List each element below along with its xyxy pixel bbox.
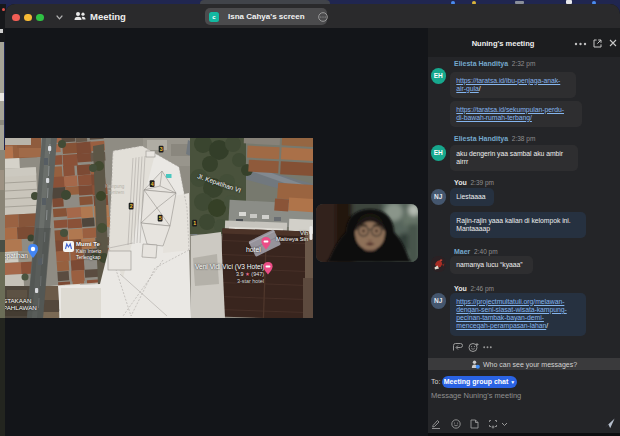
svg-text:Veni Vidi Vici (V3 Hotel): Veni Vidi Vici (V3 Hotel)	[195, 263, 264, 271]
svg-text:4: 4	[151, 181, 154, 187]
svg-text:2: 2	[130, 203, 133, 209]
svg-text:3-star hotel: 3-star hotel	[237, 278, 264, 284]
svg-text:PAHLAWAN: PAHLAWAN	[5, 304, 37, 311]
svg-text:hotel: hotel	[246, 246, 261, 253]
svg-text:3.9 ★ (947): 3.9 ★ (947)	[236, 271, 264, 277]
svg-text:Terlengkap: Terlengkap	[76, 254, 101, 260]
svg-text:Mumi Te: Mumi Te	[76, 241, 101, 247]
svg-text:STAKAAN: STAKAAN	[5, 297, 31, 304]
svg-text:3: 3	[160, 146, 163, 152]
svg-text:5: 5	[159, 215, 162, 221]
svg-text:Tentrem: Tentrem	[108, 190, 125, 195]
svg-text:Maitreya Sin: Maitreya Sin	[276, 236, 308, 242]
svg-text:Kampung: Kampung	[105, 184, 125, 189]
svg-text:1: 1	[193, 220, 196, 226]
svg-text:epatihan: epatihan	[5, 252, 28, 260]
